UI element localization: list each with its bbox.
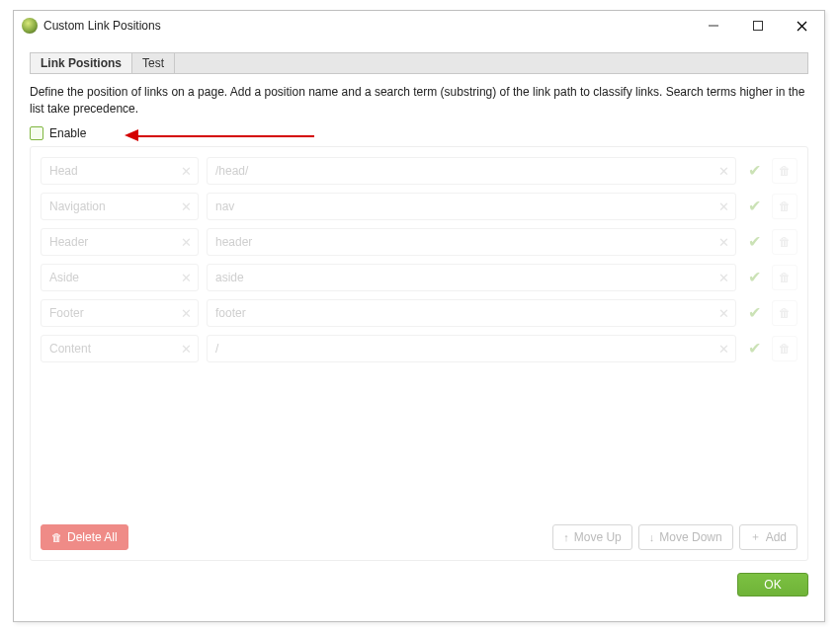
- arrow-down-icon: ↓: [649, 531, 655, 543]
- trash-icon: 🗑: [779, 271, 791, 284]
- position-term-input[interactable]: [208, 300, 735, 326]
- position-name-field: ✕: [41, 157, 199, 185]
- positions-list: ✕✕✔🗑✕✕✔🗑✕✕✔🗑✕✕✔🗑✕✕✔🗑✕✕✔🗑: [41, 157, 798, 517]
- trash-icon: 🗑: [779, 342, 791, 356]
- tab-link-positions[interactable]: Link Positions: [31, 53, 132, 73]
- move-up-button[interactable]: ↑ Move Up: [552, 524, 632, 550]
- add-button[interactable]: ＋ Add: [739, 524, 798, 550]
- clear-icon[interactable]: ✕: [718, 234, 729, 249]
- clear-icon[interactable]: ✕: [181, 270, 192, 284]
- position-term-input[interactable]: [208, 229, 735, 255]
- enable-row: Enable: [30, 126, 808, 140]
- clear-icon[interactable]: ✕: [718, 270, 729, 284]
- window-controls: [691, 11, 824, 40]
- tab-test[interactable]: Test: [132, 53, 175, 73]
- position-name-input[interactable]: [42, 194, 198, 219]
- row-delete-button[interactable]: 🗑: [772, 158, 798, 184]
- position-name-field: ✕: [41, 299, 199, 327]
- delete-all-button[interactable]: 🗑 Delete All: [41, 524, 128, 550]
- position-name-field: ✕: [41, 335, 199, 362]
- tab-label: Test: [142, 56, 164, 70]
- row-delete-button[interactable]: 🗑: [772, 265, 798, 290]
- position-term-field: ✕: [207, 264, 736, 291]
- check-icon: ✔: [744, 268, 764, 286]
- window: Custom Link Positions Link Positions: [13, 10, 825, 622]
- button-label: OK: [764, 578, 781, 592]
- plus-icon: ＋: [750, 529, 761, 544]
- trash-icon: 🗑: [51, 531, 62, 543]
- trash-icon: 🗑: [779, 199, 791, 213]
- check-icon: ✔: [744, 197, 764, 215]
- globe-icon: [22, 18, 38, 34]
- position-row: ✕✕✔🗑: [41, 264, 798, 291]
- position-name-input[interactable]: [42, 158, 198, 184]
- position-term-input[interactable]: [208, 336, 735, 361]
- position-row: ✕✕✔🗑: [41, 193, 798, 220]
- clear-icon[interactable]: ✕: [181, 199, 192, 213]
- clear-icon[interactable]: ✕: [181, 341, 192, 356]
- tab-bar: Link Positions Test: [30, 52, 808, 74]
- clear-icon[interactable]: ✕: [181, 163, 192, 178]
- check-icon: ✔: [744, 161, 764, 180]
- row-delete-button[interactable]: 🗑: [772, 300, 798, 326]
- trash-icon: 🗑: [779, 235, 791, 249]
- position-name-field: ✕: [41, 228, 199, 256]
- client-area: Link Positions Test Define the position …: [14, 52, 824, 561]
- dialog-footer: OK: [14, 561, 824, 596]
- row-delete-button[interactable]: 🗑: [772, 229, 798, 255]
- annotation-arrow: [126, 133, 314, 139]
- positions-panel: ✕✕✔🗑✕✕✔🗑✕✕✔🗑✕✕✔🗑✕✕✔🗑✕✕✔🗑 🗑 Delete All ↑ …: [30, 146, 808, 561]
- maximize-button[interactable]: [735, 11, 780, 40]
- position-term-input[interactable]: [208, 158, 735, 184]
- minimize-icon: [709, 21, 718, 31]
- position-name-input[interactable]: [42, 336, 198, 361]
- check-icon: ✔: [744, 339, 764, 358]
- close-button[interactable]: [780, 11, 824, 40]
- position-term-field: ✕: [207, 299, 736, 327]
- button-label: Delete All: [67, 530, 118, 544]
- panel-toolbar: 🗑 Delete All ↑ Move Up ↓ Move Down ＋ Add: [41, 517, 798, 550]
- check-icon: ✔: [744, 303, 764, 322]
- ok-button[interactable]: OK: [737, 573, 808, 596]
- row-delete-button[interactable]: 🗑: [772, 336, 798, 361]
- position-name-field: ✕: [41, 193, 199, 220]
- maximize-icon: [753, 21, 763, 31]
- arrow-up-icon: ↑: [563, 531, 569, 543]
- clear-icon[interactable]: ✕: [718, 305, 729, 320]
- row-delete-button[interactable]: 🗑: [772, 194, 798, 219]
- position-row: ✕✕✔🗑: [41, 157, 798, 185]
- position-term-field: ✕: [207, 157, 736, 185]
- check-icon: ✔: [744, 232, 764, 251]
- trash-icon: 🗑: [779, 164, 791, 178]
- titlebar: Custom Link Positions: [14, 11, 824, 40]
- button-label: Move Up: [574, 530, 622, 544]
- enable-label: Enable: [49, 126, 86, 140]
- clear-icon[interactable]: ✕: [718, 163, 729, 178]
- position-name-input[interactable]: [42, 229, 198, 255]
- position-name-input[interactable]: [42, 300, 198, 326]
- button-label: Move Down: [659, 530, 721, 544]
- position-term-field: ✕: [207, 335, 736, 362]
- clear-icon[interactable]: ✕: [718, 199, 729, 213]
- clear-icon[interactable]: ✕: [181, 234, 192, 249]
- position-term-field: ✕: [207, 228, 736, 256]
- svg-rect-1: [753, 22, 762, 31]
- position-name-field: ✕: [41, 264, 199, 291]
- button-label: Add: [766, 530, 787, 544]
- minimize-button[interactable]: [691, 11, 735, 40]
- position-term-input[interactable]: [208, 265, 735, 290]
- tab-label: Link Positions: [41, 56, 122, 70]
- position-term-field: ✕: [207, 193, 736, 220]
- position-row: ✕✕✔🗑: [41, 228, 798, 256]
- position-row: ✕✕✔🗑: [41, 299, 798, 327]
- trash-icon: 🗑: [779, 306, 791, 320]
- position-term-input[interactable]: [208, 194, 735, 219]
- enable-checkbox[interactable]: [30, 126, 43, 140]
- clear-icon[interactable]: ✕: [718, 341, 729, 356]
- position-row: ✕✕✔🗑: [41, 335, 798, 362]
- move-down-button[interactable]: ↓ Move Down: [638, 524, 733, 550]
- clear-icon[interactable]: ✕: [181, 305, 192, 320]
- close-icon: [797, 21, 807, 32]
- position-name-input[interactable]: [42, 265, 198, 290]
- window-title: Custom Link Positions: [43, 19, 161, 33]
